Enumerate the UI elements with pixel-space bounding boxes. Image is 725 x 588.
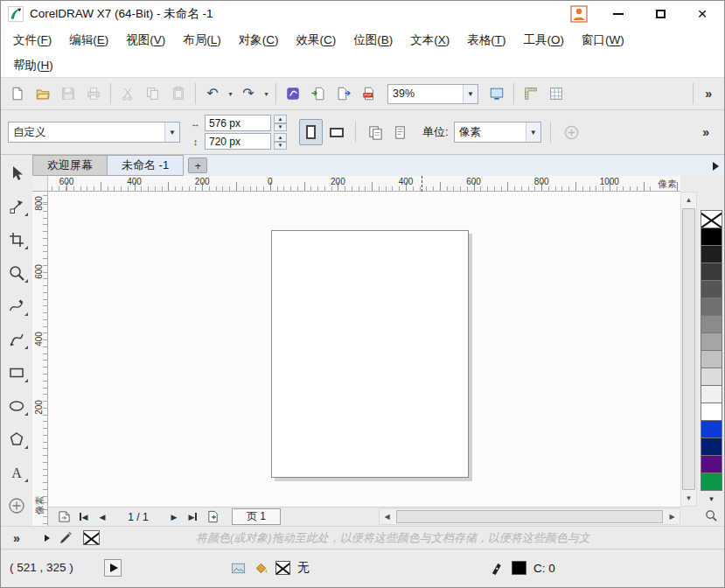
stepper-down-icon[interactable]: ▼ <box>274 123 287 132</box>
horizontal-scrollbar[interactable]: ◀ ▶ <box>379 508 680 525</box>
first-page-button[interactable]: ◀ <box>74 509 92 525</box>
menu-item[interactable]: 效果(C) <box>288 32 345 48</box>
cut-button[interactable] <box>115 81 140 106</box>
redo-button[interactable]: ↷ <box>236 81 261 106</box>
drawing-canvas[interactable] <box>48 192 680 507</box>
stepper-up-icon[interactable]: ▲ <box>274 115 287 123</box>
print-button[interactable] <box>81 81 106 106</box>
copy-button[interactable] <box>141 81 165 106</box>
scroll-right-button[interactable]: ▶ <box>665 509 680 524</box>
portrait-button[interactable] <box>299 119 323 145</box>
stepper-down-icon[interactable]: ▼ <box>274 142 287 150</box>
palette-scroll-down-button[interactable]: ▼ <box>701 494 722 505</box>
add-page-button[interactable] <box>204 509 221 525</box>
zoom-dropdown-arrow-icon[interactable]: ▼ <box>463 85 478 103</box>
scroll-left-button[interactable]: ◀ <box>380 509 394 524</box>
menu-item[interactable]: 布局(L) <box>174 32 230 48</box>
color-swatch-000000[interactable] <box>701 228 722 246</box>
eyedropper-icon[interactable] <box>57 530 74 546</box>
menu-item[interactable]: 编辑(E) <box>60 32 117 48</box>
close-button[interactable]: × <box>691 5 714 23</box>
previous-page-button[interactable]: ◀ <box>94 509 111 525</box>
color-swatch-1f1f1f[interactable] <box>701 245 722 263</box>
preset-dropdown-arrow-icon[interactable]: ▼ <box>164 122 179 142</box>
tab-scroll-right-icon[interactable] <box>713 162 719 171</box>
account-icon[interactable] <box>570 5 588 23</box>
open-button[interactable] <box>31 81 55 106</box>
vertical-ruler[interactable]: 像素 800600400200 <box>32 192 48 526</box>
color-swatch-3a3a3a[interactable] <box>701 262 722 281</box>
vertical-scrollbar[interactable]: ▲ ▼ <box>680 192 697 507</box>
rectangle-tool[interactable] <box>6 361 28 383</box>
maximize-button[interactable] <box>649 5 672 23</box>
color-swatch-707070[interactable] <box>701 298 722 316</box>
menu-item[interactable]: 文本(X) <box>401 32 458 48</box>
menu-item[interactable]: 表格(T) <box>458 32 514 48</box>
vertical-scrollbar-thumb[interactable] <box>682 208 695 490</box>
undo-dropdown-button[interactable]: ▾ <box>226 81 235 106</box>
horizontal-scrollbar-thumb[interactable] <box>396 510 663 523</box>
fullscreen-preview-button[interactable] <box>484 81 509 106</box>
page-width-input[interactable] <box>205 115 271 131</box>
page-width-stepper[interactable]: ▲▼ <box>274 115 287 131</box>
document-tab[interactable]: 欢迎屏幕 <box>32 155 108 176</box>
new-document-button[interactable] <box>5 81 30 106</box>
zoom-tool[interactable] <box>6 262 28 284</box>
color-swatch-ffffff[interactable] <box>701 402 722 421</box>
apply-current-page-button[interactable] <box>387 120 412 144</box>
freehand-tool[interactable] <box>6 295 28 317</box>
scroll-down-button[interactable]: ▼ <box>681 491 696 506</box>
toolbox-overflow-button[interactable]: » <box>1 531 32 545</box>
page-size-preset-combobox[interactable]: 自定义 ▼ <box>8 122 180 143</box>
show-grid-button[interactable] <box>544 81 568 106</box>
color-swatch-0c3bd6[interactable] <box>701 420 722 438</box>
scroll-up-button[interactable]: ▲ <box>681 192 696 207</box>
text-tool[interactable]: A <box>6 461 28 483</box>
stepper-up-icon[interactable]: ▲ <box>274 133 287 142</box>
color-swatch-555555[interactable] <box>701 280 722 298</box>
save-button[interactable] <box>56 81 80 106</box>
polygon-tool[interactable] <box>6 428 28 450</box>
pick-tool[interactable] <box>6 162 28 184</box>
add-page-size-button[interactable] <box>560 120 584 144</box>
redo-dropdown-button[interactable]: ▾ <box>261 81 271 106</box>
search-content-button[interactable] <box>281 81 305 106</box>
artistic-media-tool[interactable] <box>6 328 28 350</box>
play-button[interactable] <box>104 559 122 577</box>
menu-item[interactable]: 视图(V) <box>117 32 174 48</box>
new-tab-button[interactable]: + <box>188 158 207 173</box>
palette-expand-button[interactable] <box>702 507 721 524</box>
crop-tool[interactable] <box>6 228 28 250</box>
ellipse-tool[interactable] <box>6 395 28 416</box>
page-tab[interactable]: 页 1 <box>232 508 281 525</box>
last-page-button[interactable]: ▶ <box>185 509 202 525</box>
horizontal-ruler[interactable]: 像素 60040020002004006008001000 <box>48 176 680 192</box>
menu-item[interactable]: 对象(C) <box>230 32 288 48</box>
palette-flyout-arrow-icon[interactable] <box>45 535 50 542</box>
landscape-button[interactable] <box>324 119 348 145</box>
menu-item[interactable]: 文件(F) <box>4 32 60 48</box>
export-button[interactable] <box>331 81 356 106</box>
menu-item[interactable]: 窗口(W) <box>573 32 633 48</box>
document-no-color-swatch[interactable] <box>83 530 100 545</box>
property-bar-overflow-button[interactable]: » <box>694 125 717 139</box>
units-combobox[interactable]: 像素 ▼ <box>454 122 541 143</box>
page-sorter-button[interactable] <box>55 509 73 525</box>
import-button[interactable] <box>306 81 331 106</box>
add-tools-button[interactable] <box>6 494 28 516</box>
color-swatch-001f6e[interactable] <box>701 438 722 456</box>
toolbar-overflow-button[interactable]: » <box>697 87 720 101</box>
paste-button[interactable] <box>166 81 191 106</box>
color-swatch-f0f0f0[interactable] <box>701 385 722 403</box>
page-height-stepper[interactable]: ▲▼ <box>274 133 287 150</box>
apply-all-pages-button[interactable] <box>363 120 387 144</box>
minimize-button[interactable] <box>607 5 630 23</box>
document-tab[interactable]: 未命名 -1 <box>108 155 184 176</box>
zoom-level-combobox[interactable]: 39% ▼ <box>387 84 478 104</box>
show-rulers-button[interactable] <box>519 81 543 106</box>
publish-pdf-button[interactable]: PDF <box>357 81 381 106</box>
shape-tool[interactable] <box>6 195 28 217</box>
menu-item[interactable]: 位图(B) <box>345 32 401 48</box>
color-swatch-c1c1c1[interactable] <box>701 350 722 368</box>
color-swatch-8b8b8b[interactable] <box>701 315 722 333</box>
